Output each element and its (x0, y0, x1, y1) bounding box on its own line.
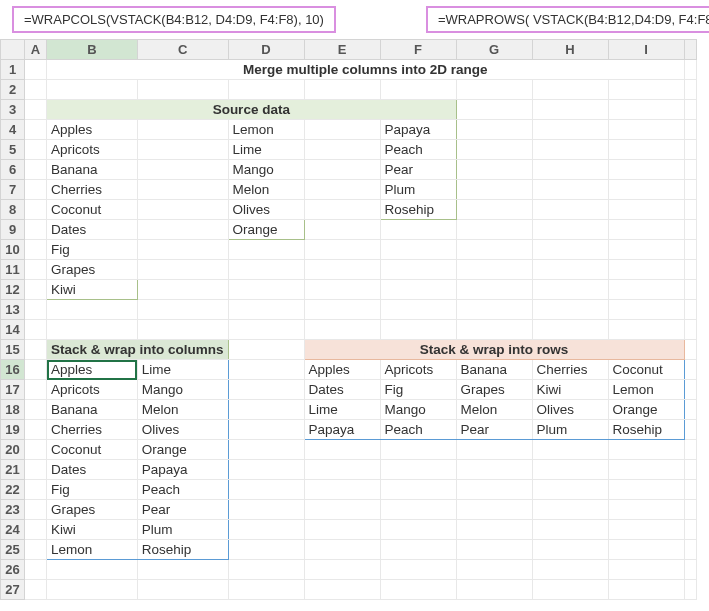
cell[interactable]: Apricots (47, 380, 138, 400)
row-header[interactable]: 1 (1, 60, 25, 80)
row-header[interactable]: 5 (1, 140, 25, 160)
cell[interactable]: Lemon (228, 120, 304, 140)
cell[interactable]: Apricots (380, 360, 456, 380)
row-header[interactable]: 27 (1, 580, 25, 600)
cell[interactable]: Cherries (47, 420, 138, 440)
cell[interactable]: Cherries (47, 180, 138, 200)
cell[interactable]: Lime (304, 400, 380, 420)
cell[interactable]: Papaya (137, 460, 228, 480)
row-header[interactable]: 21 (1, 460, 25, 480)
cell[interactable]: Banana (47, 160, 138, 180)
cell[interactable]: Rosehip (380, 200, 456, 220)
cell[interactable]: Banana (456, 360, 532, 380)
cell[interactable]: Dates (47, 220, 138, 240)
row-header[interactable]: 14 (1, 320, 25, 340)
formula-left[interactable]: =WRAPCOLS(VSTACK(B4:B12, D4:D9, F4:F8), … (12, 6, 336, 33)
cell[interactable]: Melon (228, 180, 304, 200)
col-header[interactable]: F (380, 40, 456, 60)
cell[interactable]: Melon (137, 400, 228, 420)
row-header[interactable]: 18 (1, 400, 25, 420)
row-header[interactable]: 19 (1, 420, 25, 440)
cell[interactable]: Rosehip (608, 420, 684, 440)
cell[interactable]: Pear (380, 160, 456, 180)
cell[interactable]: Plum (532, 420, 608, 440)
row-header[interactable]: 8 (1, 200, 25, 220)
col-header[interactable]: E (304, 40, 380, 60)
cell[interactable]: Peach (137, 480, 228, 500)
cell[interactable]: Banana (47, 400, 138, 420)
cell[interactable]: Plum (380, 180, 456, 200)
row-header[interactable]: 11 (1, 260, 25, 280)
cell[interactable]: Peach (380, 420, 456, 440)
row-header[interactable]: 7 (1, 180, 25, 200)
cell[interactable]: Coconut (47, 440, 138, 460)
row-header[interactable]: 16 (1, 360, 25, 380)
cell[interactable]: Peach (380, 140, 456, 160)
col-header[interactable]: A (25, 40, 47, 60)
cell[interactable]: Apples (304, 360, 380, 380)
col-header[interactable]: C (137, 40, 228, 60)
cell[interactable]: Grapes (456, 380, 532, 400)
cell[interactable]: Cherries (532, 360, 608, 380)
formula-right[interactable]: =WRAPROWS( VSTACK(B4:B12,D4:D9, F4:F8), … (426, 6, 709, 33)
row-header[interactable]: 3 (1, 100, 25, 120)
cell[interactable]: Fig (380, 380, 456, 400)
cell[interactable]: Lime (228, 140, 304, 160)
cell[interactable]: Lemon (47, 540, 138, 560)
cell[interactable]: Dates (47, 460, 138, 480)
col-header[interactable]: H (532, 40, 608, 60)
cell[interactable]: Pear (456, 420, 532, 440)
cell[interactable]: Apricots (47, 140, 138, 160)
cell[interactable]: Coconut (47, 200, 138, 220)
cell[interactable]: Coconut (608, 360, 684, 380)
row-header[interactable]: 20 (1, 440, 25, 460)
cell[interactable]: Fig (47, 480, 138, 500)
row-header[interactable]: 9 (1, 220, 25, 240)
active-cell[interactable]: Apples (47, 360, 138, 380)
col-header[interactable]: B (47, 40, 138, 60)
cell[interactable]: Rosehip (137, 540, 228, 560)
row-header[interactable]: 4 (1, 120, 25, 140)
cell[interactable]: Melon (456, 400, 532, 420)
cell[interactable]: Papaya (380, 120, 456, 140)
col-header[interactable]: G (456, 40, 532, 60)
cell[interactable]: Mango (228, 160, 304, 180)
cell[interactable]: Grapes (47, 260, 138, 280)
row-header[interactable]: 12 (1, 280, 25, 300)
row-header[interactable]: 2 (1, 80, 25, 100)
cell[interactable]: Dates (304, 380, 380, 400)
row-header[interactable]: 10 (1, 240, 25, 260)
cell[interactable]: Lemon (608, 380, 684, 400)
row-header[interactable]: 17 (1, 380, 25, 400)
cell[interactable]: Mango (380, 400, 456, 420)
cell[interactable]: Papaya (304, 420, 380, 440)
cell[interactable]: Orange (608, 400, 684, 420)
cell[interactable]: Orange (137, 440, 228, 460)
row-header[interactable]: 15 (1, 340, 25, 360)
col-header[interactable]: D (228, 40, 304, 60)
row-header[interactable]: 24 (1, 520, 25, 540)
row-header[interactable]: 6 (1, 160, 25, 180)
col-header[interactable]: I (608, 40, 684, 60)
cell[interactable]: Mango (137, 380, 228, 400)
cell[interactable]: Pear (137, 500, 228, 520)
cell[interactable]: Kiwi (532, 380, 608, 400)
col-header[interactable] (684, 40, 696, 60)
row-header[interactable]: 25 (1, 540, 25, 560)
cell[interactable]: Fig (47, 240, 138, 260)
cell[interactable]: Plum (137, 520, 228, 540)
row-header[interactable]: 26 (1, 560, 25, 580)
select-all-corner[interactable] (1, 40, 25, 60)
row-header[interactable]: 23 (1, 500, 25, 520)
cell[interactable]: Olives (137, 420, 228, 440)
row-header[interactable]: 22 (1, 480, 25, 500)
cell[interactable]: Lime (137, 360, 228, 380)
cell[interactable]: Kiwi (47, 280, 138, 300)
cell[interactable]: Olives (532, 400, 608, 420)
cell[interactable]: Apples (47, 120, 138, 140)
cell[interactable]: Grapes (47, 500, 138, 520)
row-header[interactable]: 13 (1, 300, 25, 320)
cell[interactable]: Orange (228, 220, 304, 240)
spreadsheet-grid[interactable]: A B C D E F G H I 1 Merge multiple colum… (0, 39, 697, 600)
cell[interactable]: Olives (228, 200, 304, 220)
